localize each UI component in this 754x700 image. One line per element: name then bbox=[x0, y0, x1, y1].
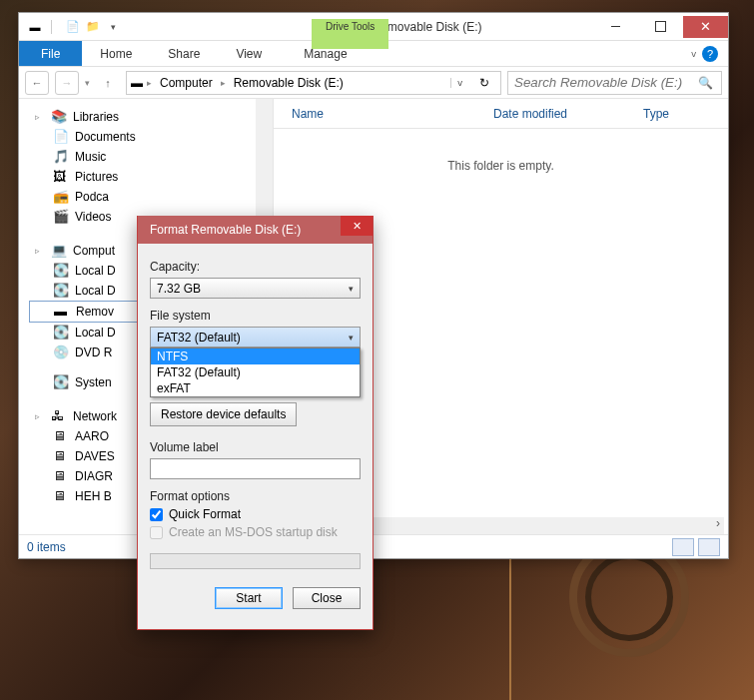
filesystem-select[interactable]: FAT32 (Default)▾ bbox=[150, 327, 361, 348]
format-dialog: Format Removable Disk (E:) ✕ Capacity: 7… bbox=[137, 216, 374, 630]
view-thumbnails-button[interactable] bbox=[698, 538, 720, 556]
explorer-window: ▬ 📄 📁 ▾ Drive Tools Removable Disk (E:) … bbox=[18, 12, 729, 559]
fs-option-ntfs[interactable]: NTFS bbox=[151, 349, 360, 364]
quick-format-row[interactable]: Quick Format bbox=[150, 507, 361, 521]
volume-label-label: Volume label bbox=[150, 440, 361, 454]
address-dropdown-icon[interactable]: ⅴ bbox=[450, 78, 468, 88]
chevron-down-icon: ▾ bbox=[349, 284, 354, 294]
help-icon[interactable]: ? bbox=[702, 46, 718, 62]
search-input[interactable] bbox=[508, 75, 690, 90]
nav-forward-button[interactable]: → bbox=[55, 71, 79, 95]
nav-back-button[interactable]: ← bbox=[25, 71, 49, 95]
status-bar: 0 items bbox=[19, 534, 728, 558]
tab-share[interactable]: Share bbox=[150, 41, 218, 66]
drive-icon: ▬ bbox=[131, 76, 143, 90]
tree-podcasts[interactable]: 📻Podca bbox=[29, 187, 269, 207]
restore-defaults-button[interactable]: Restore device defaults bbox=[150, 402, 297, 426]
close-button[interactable]: Close bbox=[293, 587, 361, 609]
col-type[interactable]: Type bbox=[643, 107, 728, 121]
msdos-startup-row: Create an MS-DOS startup disk bbox=[150, 525, 361, 539]
navigation-bar: ← → ▾ ↑ ▬ ▸ Computer ▸ Removable Disk (E… bbox=[19, 67, 728, 99]
qat-dropdown-icon[interactable]: ▾ bbox=[105, 19, 121, 35]
dialog-close-button[interactable]: ✕ bbox=[341, 216, 373, 236]
filesystem-dropdown: NTFS FAT32 (Default) exFAT bbox=[150, 348, 361, 397]
empty-folder-text: This folder is empty. bbox=[274, 129, 728, 173]
col-name[interactable]: Name bbox=[274, 107, 493, 121]
quick-format-checkbox[interactable] bbox=[150, 508, 163, 521]
dialog-title[interactable]: Format Removable Disk (E:) ✕ bbox=[138, 216, 373, 244]
titlebar: ▬ 📄 📁 ▾ Drive Tools Removable Disk (E:) bbox=[19, 13, 728, 41]
nav-history-dropdown[interactable]: ▾ bbox=[85, 78, 90, 88]
chevron-down-icon: ▾ bbox=[349, 333, 354, 343]
tree-libraries[interactable]: ▹📚Libraries bbox=[29, 107, 269, 127]
close-window-button[interactable] bbox=[683, 16, 728, 38]
status-item-count: 0 items bbox=[27, 540, 66, 554]
tree-documents[interactable]: 📄Documents bbox=[29, 127, 269, 147]
format-options-label: Format options bbox=[150, 489, 361, 503]
filesystem-label: File system bbox=[150, 309, 361, 323]
fs-option-exfat[interactable]: exFAT bbox=[151, 380, 360, 396]
column-headers[interactable]: Name Date modified Type bbox=[274, 99, 728, 129]
ribbon-collapse-icon[interactable]: ⅴ bbox=[691, 49, 696, 59]
col-date[interactable]: Date modified bbox=[493, 107, 643, 121]
start-button[interactable]: Start bbox=[215, 587, 283, 609]
search-icon[interactable]: 🔍 bbox=[690, 76, 721, 90]
tab-file[interactable]: File bbox=[19, 41, 82, 66]
refresh-button[interactable]: ↻ bbox=[472, 76, 496, 90]
maximize-button[interactable] bbox=[638, 16, 683, 38]
drive-icon: ▬ bbox=[27, 19, 43, 35]
capacity-label: Capacity: bbox=[150, 260, 361, 274]
format-progress-bar bbox=[150, 553, 361, 569]
capacity-select[interactable]: 7.32 GB▾ bbox=[150, 278, 361, 299]
qat-properties-icon[interactable]: 📄 bbox=[65, 19, 81, 35]
breadcrumb-disk[interactable]: Removable Disk (E:) bbox=[230, 76, 348, 90]
tab-home[interactable]: Home bbox=[82, 41, 150, 66]
fs-option-fat32[interactable]: FAT32 (Default) bbox=[151, 364, 360, 380]
tab-view[interactable]: View bbox=[218, 41, 280, 66]
view-details-button[interactable] bbox=[672, 538, 694, 556]
search-box[interactable]: 🔍 bbox=[507, 71, 722, 95]
msdos-startup-checkbox bbox=[150, 526, 163, 539]
tree-music[interactable]: 🎵Music bbox=[29, 147, 269, 167]
breadcrumb-computer[interactable]: Computer bbox=[156, 76, 217, 90]
address-bar[interactable]: ▬ ▸ Computer ▸ Removable Disk (E:) ⅴ ↻ bbox=[126, 71, 501, 95]
tree-pictures[interactable]: 🖼Pictures bbox=[29, 167, 269, 187]
contextual-tab-drive-tools: Drive Tools bbox=[312, 19, 388, 49]
nav-up-button[interactable]: ↑ bbox=[96, 71, 120, 95]
qat-newfolder-icon[interactable]: 📁 bbox=[85, 19, 101, 35]
minimize-button[interactable] bbox=[593, 16, 638, 38]
volume-label-input[interactable] bbox=[150, 458, 361, 479]
